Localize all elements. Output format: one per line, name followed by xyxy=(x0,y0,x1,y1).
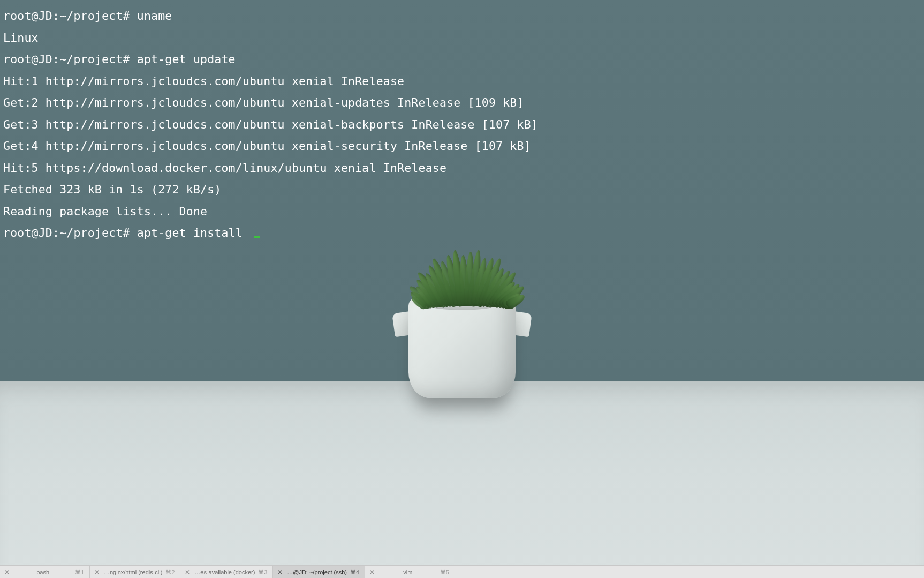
terminal-line: Fetched 323 kB in 1s (272 kB/s) xyxy=(3,179,921,201)
tab-shortcut: ⌘1 xyxy=(75,569,84,575)
close-icon[interactable]: ✕ xyxy=(368,568,376,576)
tab-label: bash xyxy=(14,569,72,575)
terminal-line: Get:3 http://mirrors.jcloudcs.com/ubuntu… xyxy=(3,114,921,136)
tab-bar: ✕bash⌘1✕…nginx/html (redis-cli)⌘2✕…es-av… xyxy=(0,565,924,578)
terminal-line: root@JD:~/project# uname xyxy=(3,5,921,27)
prompt-prefix: root@JD:~/project# xyxy=(3,226,137,239)
tab-3[interactable]: ✕…es-available (docker)⌘3 xyxy=(180,566,273,578)
close-icon[interactable]: ✕ xyxy=(3,568,11,576)
tab-shortcut: ⌘3 xyxy=(258,569,267,575)
tab-shortcut: ⌘2 xyxy=(165,569,175,575)
terminal-line: Hit:1 http://mirrors.jcloudcs.com/ubuntu… xyxy=(3,71,921,93)
close-icon[interactable]: ✕ xyxy=(276,568,284,576)
tab-label: vim xyxy=(379,569,437,575)
tab-label: …nginx/html (redis-cli) xyxy=(104,569,162,575)
terminal-output[interactable]: root@JD:~/project# unameLinuxroot@JD:~/p… xyxy=(0,0,924,578)
tab-5[interactable]: ✕vim⌘5 xyxy=(365,566,455,578)
close-icon[interactable]: ✕ xyxy=(184,568,191,576)
close-icon[interactable]: ✕ xyxy=(93,568,101,576)
tab-4[interactable]: ✕…@JD: ~/project (ssh)⌘4 xyxy=(273,566,365,578)
tab-label: …@JD: ~/project (ssh) xyxy=(287,569,347,575)
tab-2[interactable]: ✕…nginx/html (redis-cli)⌘2 xyxy=(90,566,180,578)
terminal-line: Get:4 http://mirrors.jcloudcs.com/ubuntu… xyxy=(3,136,921,157)
terminal-line: Linux xyxy=(3,27,921,49)
cursor xyxy=(254,236,260,238)
current-command[interactable]: apt-get install xyxy=(137,226,249,239)
terminal-line: Get:2 http://mirrors.jcloudcs.com/ubuntu… xyxy=(3,92,921,114)
tab-label: …es-available (docker) xyxy=(194,569,255,575)
terminal-line: root@JD:~/project# apt-get update xyxy=(3,49,921,71)
terminal-line: Reading package lists... Done xyxy=(3,201,921,223)
terminal-line: Hit:5 https://download.docker.com/linux/… xyxy=(3,157,921,179)
tab-shortcut: ⌘4 xyxy=(350,569,359,575)
terminal-input-line[interactable]: root@JD:~/project# apt-get install xyxy=(3,222,921,244)
tab-shortcut: ⌘5 xyxy=(440,569,449,575)
tab-1[interactable]: ✕bash⌘1 xyxy=(0,566,90,578)
